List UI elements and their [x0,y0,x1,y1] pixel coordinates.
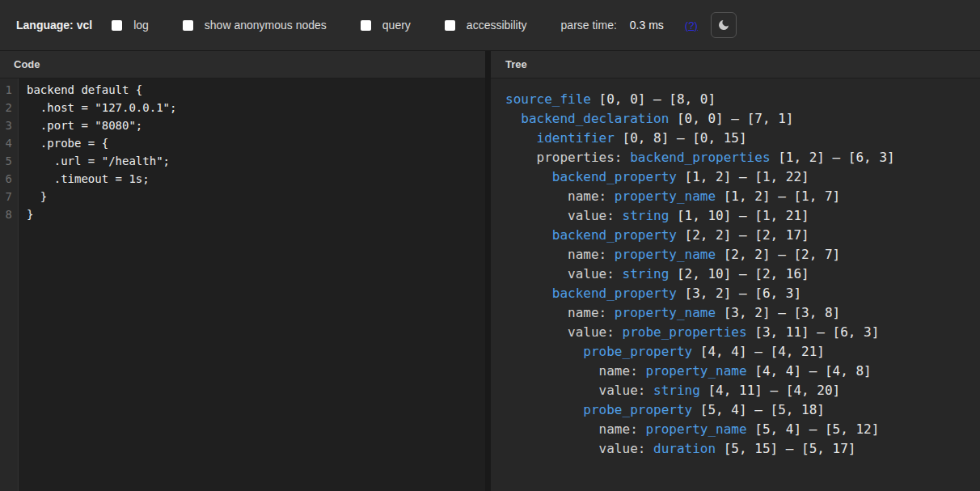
tree-node-row: value: string [1, 10] – [1, 21] [505,206,980,226]
tree-node-range: [4, 11] – [4, 20] [700,383,840,398]
tree-node-range: [4, 4] – [4, 8] [747,363,872,379]
tree-node-row: value: string [2, 10] – [2, 16] [505,265,980,284]
tree-node-link[interactable]: duration [653,441,716,456]
tree-node-row: identifier [0, 8] – [0, 15] [505,129,980,148]
tree-node-row: backend_property [1, 2] – [1, 22] [505,167,980,187]
code-line[interactable]: .port = "8080"; [27,116,485,134]
tree-node-link[interactable]: backend_property [552,286,677,301]
tree-rows: source_file [0, 0] – [8, 0]backend_decla… [491,78,980,491]
query-checkbox-label[interactable]: query [382,19,411,32]
tree-node-row: name: property_name [5, 4] – [5, 12] [505,420,980,439]
tree-node-link[interactable]: backend_property [552,169,677,184]
code-panel: Code 12345678 backend default { .host = … [0,51,485,491]
tree-field-label: name: [568,188,615,204]
log-checkbox[interactable] [112,20,122,31]
tree-node-link[interactable]: string [623,266,670,281]
code-line[interactable]: .timeout = 1s; [27,170,485,188]
line-number: 6 [0,170,12,188]
query-checkbox-group: query [361,19,411,32]
tree-node-row: backend_declaration [0, 0] – [7, 1] [505,109,980,129]
tree-node-row: name: property_name [2, 2] – [2, 7] [505,245,980,265]
tree-node-link[interactable]: probe_property [583,402,692,417]
line-number: 2 [0,99,12,116]
tree-node-range: [5, 4] – [5, 18] [692,402,825,417]
tree-node-link[interactable]: string [653,383,700,398]
anonymous-nodes-checkbox-group: show anonymous nodes [183,19,327,32]
tree-node-range: [4, 4] – [4, 21] [692,344,825,359]
help-link[interactable]: (?) [685,19,698,32]
tree-node-range: [1, 2] – [1, 22] [677,169,809,184]
tree-field-label: name: [599,363,646,379]
tree-node-row: probe_property [5, 4] – [5, 18] [505,400,980,420]
tree-node-range: [2, 2] – [2, 17] [677,227,809,243]
log-checkbox-group: log [112,19,149,32]
split-panels: Code 12345678 backend default { .host = … [0,51,980,491]
tree-node-range: [1, 2] – [1, 7] [716,188,840,204]
tree-node-range: [0, 0] – [7, 1] [669,111,793,126]
tree-node-row: probe_property [4, 4] – [4, 21] [505,342,980,362]
parse-time-label: parse time: [561,19,617,32]
tree-node-link[interactable]: property_name [615,188,716,204]
tree-node-link[interactable]: property_name [615,247,716,262]
tree-node-row: name: property_name [1, 2] – [1, 7] [505,187,980,206]
panel-divider[interactable] [485,51,491,491]
tree-panel-title: Tree [505,58,527,70]
anonymous-nodes-checkbox[interactable] [183,20,193,31]
code-editor[interactable]: 12345678 backend default { .host = "127.… [0,78,485,491]
line-number: 3 [0,116,12,134]
accessibility-checkbox[interactable] [445,20,455,31]
tree-node-row: properties: backend_properties [1, 2] – … [505,148,980,167]
tree-node-link[interactable]: identifier [537,130,615,146]
code-line[interactable]: .probe = { [27,134,485,152]
tree-node-range: [3, 2] – [3, 8] [716,305,840,320]
tree-node-link[interactable]: property_name [645,363,746,379]
anonymous-nodes-checkbox-label[interactable]: show anonymous nodes [205,19,327,32]
tree-node-range: [3, 2] – [6, 3] [677,286,801,301]
code-line[interactable]: } [27,205,485,223]
tree-node-range: [5, 4] – [5, 12] [747,421,880,437]
tree-node-link[interactable]: backend_properties [630,150,770,165]
tree-field-label: properties: [537,150,631,165]
code-line[interactable]: .url = "/health"; [27,152,485,170]
tree-node-row: source_file [0, 0] – [8, 0] [505,90,980,109]
query-checkbox[interactable] [361,20,371,31]
tree-panel-header: Tree [491,51,980,78]
tree-node-row: value: probe_properties [3, 11] – [6, 3] [505,323,980,342]
tree-node-link[interactable]: backend_property [552,227,677,243]
tree-node-row: name: property_name [4, 4] – [4, 8] [505,362,980,381]
tree-field-label: name: [568,305,615,320]
code-line[interactable]: backend default { [27,81,485,99]
tree-node-link[interactable]: source_file [505,91,591,107]
theme-toggle-button[interactable] [711,12,737,38]
tree-field-label: value: [568,324,622,340]
tree-field-label: value: [568,208,622,223]
toolbar: Language: vcl log show anonymous nodes q… [0,0,980,51]
line-number: 4 [0,134,12,152]
accessibility-checkbox-group: accessibility [445,19,527,32]
code-lines[interactable]: backend default { .host = "127.0.0.1"; .… [19,78,485,491]
tree-node-range: [3, 11] – [6, 3] [747,324,880,340]
tree-node-range: [1, 2] – [6, 3] [771,150,895,165]
code-line[interactable]: } [27,188,485,205]
code-panel-header: Code [0,51,485,78]
line-number: 5 [0,152,12,170]
tree-node-link[interactable]: backend_declaration [521,111,669,126]
tree-node-link[interactable]: probe_property [583,344,692,359]
tree-node-link[interactable]: probe_properties [623,324,747,340]
tree-node-link[interactable]: string [623,208,670,223]
tree-field-label: value: [599,383,653,398]
tree-node-link[interactable]: property_name [615,305,716,320]
tree-node-link[interactable]: property_name [645,421,746,437]
accessibility-checkbox-label[interactable]: accessibility [467,19,527,32]
line-number: 1 [0,81,12,99]
moon-icon [717,19,730,32]
log-checkbox-label[interactable]: log [133,19,149,32]
tree-node-row: name: property_name [3, 2] – [3, 8] [505,303,980,323]
tree-field-label: value: [568,266,622,281]
code-line[interactable]: .host = "127.0.0.1"; [27,99,485,116]
line-number: 8 [0,205,12,223]
tree-node-row: value: string [4, 11] – [4, 20] [505,381,980,400]
tree-node-row: backend_property [2, 2] – [2, 17] [505,226,980,245]
tree-field-label: name: [599,421,646,437]
line-number: 7 [0,188,12,205]
